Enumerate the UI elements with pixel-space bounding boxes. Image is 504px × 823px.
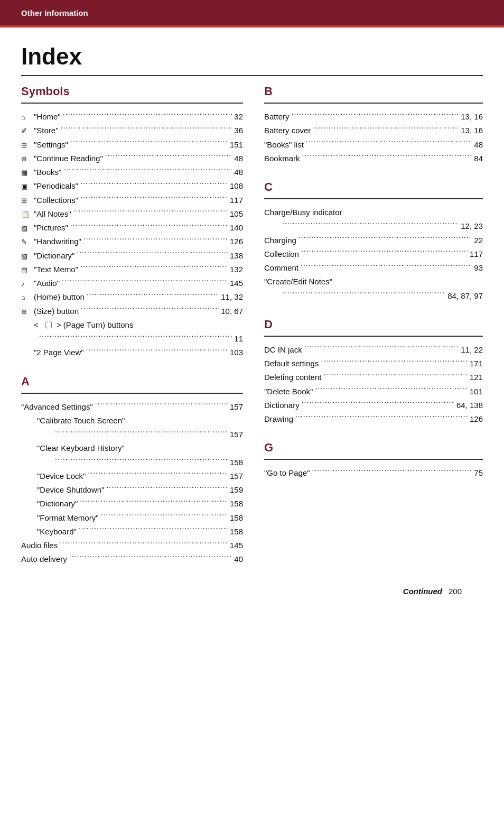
list-item: ✎ "Handwriting" 126: [21, 235, 243, 248]
title-divider: [21, 75, 483, 76]
a-divider: [21, 393, 243, 394]
list-item: Bookmark 84: [264, 152, 483, 165]
list-item: Audio files 145: [21, 539, 243, 552]
list-item: ✐ "Store" 36: [21, 124, 243, 137]
list-item: Charge/Busy indicator: [264, 206, 483, 219]
two-column-layout: Symbols ⌂ "Home" 32 ✐ "Store" 36 ⊞: [21, 85, 483, 581]
page-title: Index: [21, 43, 483, 70]
list-item: "Format Memory" 158: [21, 511, 243, 525]
audio-icon: ♪: [21, 278, 33, 290]
b-divider: [264, 103, 483, 104]
list-item: Battery 13, 16: [264, 110, 483, 124]
list-item: ⊞ "Collections" 117: [21, 193, 243, 207]
list-item: "Books" list 48: [264, 138, 483, 152]
page-number: 200: [449, 587, 462, 596]
symbols-heading: Symbols: [21, 85, 243, 98]
symbols-divider: [21, 103, 243, 104]
list-item: Battery cover 13, 16: [264, 124, 483, 137]
list-item: 12, 23: [264, 219, 483, 233]
c-section: C Charge/Busy indicator 12, 23 Charging …: [264, 180, 483, 303]
list-item: ⊕ "Continue Reading" 48: [21, 152, 243, 165]
all-notes-icon: 📋: [21, 209, 33, 221]
home-icon: ⌂: [21, 112, 33, 124]
list-item: Comment 93: [264, 261, 483, 275]
list-item: "Keyboard" 158: [21, 525, 243, 539]
list-item: 157: [21, 428, 243, 441]
books-icon: ▦: [21, 167, 33, 179]
periodicals-icon: ▣: [21, 181, 33, 193]
list-item: DC IN jack 11, 22: [264, 343, 483, 357]
list-item: ▨ "Pictures" 140: [21, 221, 243, 235]
pictures-icon: ▨: [21, 223, 33, 235]
list-item: "Delete Book" 101: [264, 385, 483, 399]
list-item: 11: [21, 332, 243, 346]
list-item: ♪ "Audio" 145: [21, 276, 243, 290]
d-section: D DC IN jack 11, 22 Default settings 171…: [264, 318, 483, 427]
list-item: "Go to Page" 75: [264, 466, 483, 480]
list-item: ⊕ (Size) button 10, 67: [21, 304, 243, 318]
list-item: "Clear Keyboard History": [21, 441, 243, 455]
g-heading: G: [264, 441, 483, 455]
list-item: Default settings 171: [264, 357, 483, 371]
list-item: Collection 117: [264, 247, 483, 261]
continue-reading-icon: ⊕: [21, 153, 33, 165]
a-heading: A: [21, 375, 243, 389]
list-item: 📋 "All Notes" 105: [21, 207, 243, 221]
list-item: 158: [21, 456, 243, 469]
list-item: ▦ "Books" 48: [21, 165, 243, 179]
list-item: 84, 87, 97: [264, 289, 483, 303]
symbols-section: Symbols ⌂ "Home" 32 ✐ "Store" 36 ⊞: [21, 85, 243, 360]
footer-bar: Continued 200: [21, 581, 483, 601]
list-item: ▣ "Periodicals" 108: [21, 179, 243, 193]
a-section: A "Advanced Settings" 157 "Calibrate Tou…: [21, 375, 243, 567]
left-column: Symbols ⌂ "Home" 32 ✐ "Store" 36 ⊞: [21, 85, 243, 581]
list-item: Deleting content 121: [264, 371, 483, 384]
dictionary-icon: ▧: [21, 251, 33, 263]
b-section: B Battery 13, 16 Battery cover 13, 16 "B…: [264, 85, 483, 165]
list-item: ⌂ (Home) button 11, 32: [21, 290, 243, 304]
list-item: ⌂ "Home" 32: [21, 110, 243, 124]
list-item: Dictionary 64, 138: [264, 399, 483, 412]
d-divider: [264, 336, 483, 337]
header-bar: Other Information: [0, 0, 504, 25]
b-heading: B: [264, 85, 483, 98]
list-item: "Create/Edit Notes": [264, 275, 483, 289]
header-title: Other Information: [21, 8, 88, 17]
list-item: "2 Page View" 103: [21, 346, 243, 359]
continued-label: Continued: [403, 587, 442, 596]
handwriting-icon: ✎: [21, 236, 33, 248]
settings-icon: ⊞: [21, 140, 33, 152]
collections-icon: ⊞: [21, 195, 33, 207]
d-heading: D: [264, 318, 483, 331]
c-heading: C: [264, 180, 483, 194]
size-button-icon: ⊕: [21, 306, 33, 318]
list-item: "Dictionary" 158: [21, 497, 243, 511]
list-item: "Calibrate Touch Screen": [21, 414, 243, 428]
list-item: ▧ "Dictionary" 138: [21, 249, 243, 263]
list-item: Drawing 126: [264, 412, 483, 426]
list-item: ⊞ "Settings" 151: [21, 138, 243, 152]
list-item: "Advanced Settings" 157: [21, 400, 243, 414]
right-column: B Battery 13, 16 Battery cover 13, 16 "B…: [264, 85, 483, 581]
list-item: < 〔〕> (Page Turn) buttons: [21, 318, 243, 332]
list-item: "Device Shutdown" 159: [21, 483, 243, 497]
c-divider: [264, 198, 483, 199]
main-content: Index Symbols ⌂ "Home" 32 ✐ "Store": [0, 27, 504, 622]
home-button-icon: ⌂: [21, 292, 33, 304]
list-item: "Device Lock" 157: [21, 469, 243, 483]
g-section: G "Go to Page" 75: [264, 441, 483, 480]
text-memo-icon: ▤: [21, 264, 33, 276]
store-icon: ✐: [21, 125, 33, 137]
list-item: Charging 22: [264, 234, 483, 247]
list-item: ▤ "Text Memo" 132: [21, 263, 243, 276]
list-item: Auto delivery 40: [21, 552, 243, 566]
g-divider: [264, 459, 483, 460]
